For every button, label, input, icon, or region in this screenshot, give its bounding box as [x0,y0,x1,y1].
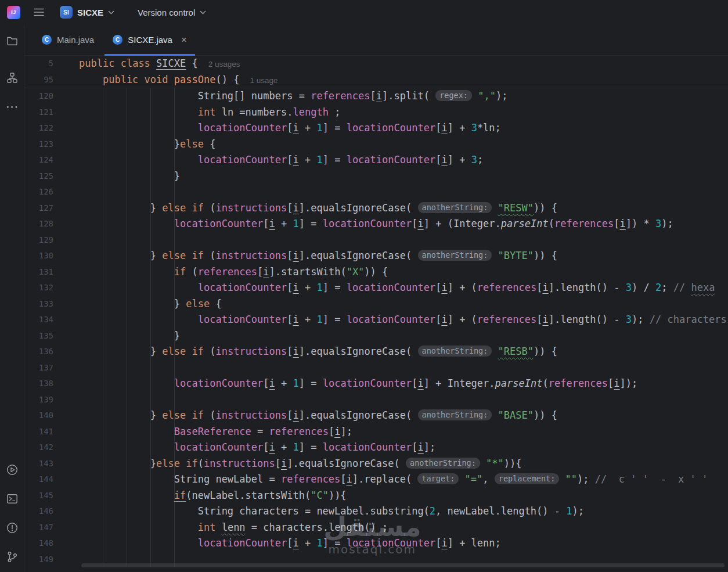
tab-main-java[interactable]: C Main.java [33,24,103,55]
code-line[interactable]: 145if(newLabel.startsWith("C")){ [24,488,728,504]
line-number[interactable]: 149 [24,552,79,568]
usages-inlay[interactable]: 1 usage [250,76,277,85]
main-menu-button[interactable] [31,4,47,20]
code-line[interactable]: 142locationCounter[i + 1] = locationCoun… [24,440,728,456]
code-text[interactable]: }else { [79,136,728,153]
line-number[interactable]: 125 [24,168,79,185]
code-line[interactable]: 128locationCounter[i + 1] = locationCoun… [24,216,728,232]
code-line[interactable]: 136} else if (instructions[i].equalsIgno… [24,344,728,360]
line-number[interactable]: 136 [24,344,79,360]
code-line[interactable]: 123}else { [24,136,728,153]
code-text[interactable]: } else if (instructions[i].equalsIgnoreC… [79,200,728,217]
code-text[interactable]: locationCounter[i + 1] = locationCounter… [79,120,728,136]
line-number[interactable]: 143 [24,456,79,472]
code-text[interactable]: } [79,328,728,344]
line-number[interactable]: 147 [24,520,79,536]
code-text[interactable]: locationCounter[i + 1] = locationCounter… [79,535,728,552]
code-text[interactable]: }else if(instructions[i].equalsIgnoreCas… [79,456,728,472]
code-line[interactable]: 122locationCounter[i + 1] = locationCoun… [24,120,728,136]
project-tool-button[interactable] [4,33,20,49]
code-text[interactable] [79,232,728,249]
structure-tool-button[interactable] [4,70,20,86]
more-tool-windows-button[interactable]: ⋯ [4,99,20,115]
line-number[interactable]: 129 [24,232,79,249]
line-number[interactable]: 122 [24,120,79,136]
code-text[interactable]: locationCounter[i + 1] = locationCounter… [79,152,728,168]
editor-pane[interactable]: 5public class SICXE {2 usages95public vo… [24,56,728,572]
line-number[interactable]: 126 [24,184,79,200]
code-line[interactable]: 135} [24,328,728,344]
code-line[interactable]: 134locationCounter[i + 1] = locationCoun… [24,312,728,328]
code-line[interactable]: 131if (references[i].startsWith("X")) { [24,264,728,280]
code-line[interactable]: 130} else if (instructions[i].equalsIgno… [24,248,728,264]
line-number[interactable]: 139 [24,392,79,408]
code-line[interactable]: 137 [24,360,728,376]
code-text[interactable] [79,184,728,200]
code-text[interactable]: } else { [79,296,728,312]
code-line[interactable]: 129 [24,232,728,249]
usages-inlay[interactable]: 2 usages [208,60,240,69]
run-tool-button[interactable] [4,462,20,478]
line-number[interactable]: 140 [24,408,79,424]
line-number[interactable]: 5 [24,56,79,72]
code-text[interactable]: if(newLabel.startsWith("C")){ [79,488,728,504]
line-number[interactable]: 146 [24,503,79,520]
line-number[interactable]: 144 [24,472,79,488]
code-text[interactable]: locationCounter[i + 1] = locationCounter… [79,280,728,296]
code-line[interactable]: 138locationCounter[i + 1] = locationCoun… [24,376,728,392]
line-number[interactable]: 128 [24,216,79,232]
code-line[interactable]: 141BaseReference = references[i]; [24,424,728,440]
code-text[interactable]: } else if (instructions[i].equalsIgnoreC… [79,344,728,360]
line-number[interactable]: 120 [24,88,79,105]
code-text[interactable] [79,392,728,408]
code-line[interactable]: 146String characters = newLabel.substrin… [24,503,728,520]
close-tab-icon[interactable]: × [181,35,187,45]
code-line[interactable]: 127} else if (instructions[i].equalsIgno… [24,200,728,217]
vcs-selector[interactable]: Version control [133,5,211,20]
line-number[interactable]: 121 [24,105,79,121]
line-number[interactable]: 131 [24,264,79,280]
code-line[interactable]: 139 [24,392,728,408]
line-number[interactable]: 124 [24,152,79,168]
line-number[interactable]: 134 [24,312,79,328]
line-number[interactable]: 133 [24,296,79,312]
line-number[interactable]: 135 [24,328,79,344]
code-text[interactable]: String characters = newLabel.substring(2… [79,503,728,520]
code-line[interactable]: 124locationCounter[i + 1] = locationCoun… [24,152,728,168]
project-selector[interactable]: SI SICXE [55,3,119,21]
code-text[interactable]: } [79,168,728,185]
line-number[interactable]: 145 [24,488,79,504]
code-text[interactable]: if (references[i].startsWith("X")) { [79,264,728,280]
code-line[interactable]: 120String[] numbers = references[i].spli… [24,88,728,105]
line-number[interactable]: 148 [24,535,79,552]
code-line[interactable]: 132locationCounter[i + 1] = locationCoun… [24,280,728,296]
code-text[interactable]: String newLabel = references[i].replace(… [79,472,728,488]
code-line[interactable]: 5public class SICXE {2 usages [24,56,728,72]
code-text[interactable]: locationCounter[i + 1] = locationCounter… [79,376,728,392]
terminal-tool-button[interactable] [4,491,20,507]
line-number[interactable]: 142 [24,440,79,456]
line-number[interactable]: 127 [24,200,79,217]
code-line[interactable]: 95public void passOne() {1 usage [24,72,728,88]
line-number[interactable]: 132 [24,280,79,296]
code-text[interactable]: BaseReference = references[i]; [79,424,728,440]
line-number[interactable]: 130 [24,248,79,264]
code-line[interactable]: 147int lenn = characters.length() ; [24,520,728,536]
code-line[interactable]: 126 [24,184,728,200]
code-text[interactable]: int ln =numbers.length ; [79,105,728,121]
code-text[interactable]: locationCounter[i + 1] = locationCounter… [79,440,728,456]
code-text[interactable]: locationCounter[i + 1] = locationCounter… [79,216,728,232]
code-text[interactable]: public class SICXE {2 usages [79,56,728,72]
code-text[interactable]: } else if (instructions[i].equalsIgnoreC… [79,408,728,424]
line-number[interactable]: 95 [24,72,79,88]
code-line[interactable]: 148locationCounter[i + 1] = locationCoun… [24,535,728,552]
tab-sicxe-java[interactable]: C SICXE.java × [103,24,196,55]
code-text[interactable]: int lenn = characters.length() ; [79,520,728,536]
code-line[interactable]: 144String newLabel = references[i].repla… [24,472,728,488]
git-tool-button[interactable] [4,549,20,565]
horizontal-scrollbar[interactable] [81,563,725,567]
code-line[interactable]: 121int ln =numbers.length ; [24,105,728,121]
code-text[interactable] [79,360,728,376]
code-line[interactable]: 133} else { [24,296,728,312]
code-line[interactable]: 143}else if(instructions[i].equalsIgnore… [24,456,728,472]
